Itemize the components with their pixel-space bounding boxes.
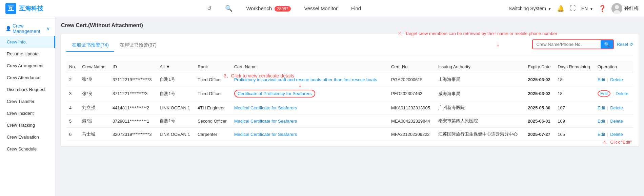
sidebar-item-crew-incident[interactable]: Crew Incident <box>0 107 55 119</box>
table-row: 6 马士城 32072319**********3 LINK OCEAN 1 C… <box>66 128 633 141</box>
col-no: No. <box>66 61 79 73</box>
back-icon[interactable]: ↺ <box>207 5 212 12</box>
sidebar: 👤 Crew Management ∨ Crew Info. Resume Up… <box>0 17 56 196</box>
sidebar-item-crew-info[interactable]: Crew Info. <box>0 36 55 48</box>
edit-button[interactable]: Edit <box>598 119 605 124</box>
action-separator: | <box>607 77 608 82</box>
cell-authority: 上海海事局 <box>436 73 525 86</box>
cell-operation: Edit | Delete <box>595 86 633 101</box>
notification-icon[interactable]: 🔔 <box>557 5 564 12</box>
cell-days: 109 <box>555 114 595 128</box>
find-nav[interactable]: Find <box>351 5 361 11</box>
lang-dropdown-icon: ▼ <box>590 7 593 11</box>
cell-no: 3 <box>66 86 79 101</box>
table-row: 4 刘立强 4414811**********2 LINK OCEAN 1 4T… <box>66 101 633 114</box>
tab-onboard-cert[interactable]: 在船证书预警(74) <box>66 39 114 52</box>
cell-days: 107 <box>555 101 595 114</box>
edit-button[interactable]: Edit <box>598 90 610 97</box>
cert-name-link[interactable]: Certificate of Proficiency for Seafarers <box>234 90 315 97</box>
cell-rank: 4TH Engineer <box>195 101 232 114</box>
cell-authority: 江苏国际旅行卫生保健中心连云港分中心 <box>436 128 525 141</box>
cell-no: 4 <box>66 101 79 114</box>
sidebar-section-crew-management[interactable]: 👤 Crew Management ∨ <box>0 20 55 36</box>
cell-crew-name: 刘立强 <box>79 101 110 114</box>
logo-text: 互海科技 <box>19 4 43 13</box>
sidebar-item-crew-schedule[interactable]: Crew Schedule <box>0 143 55 155</box>
cell-operation: Edit | Delete <box>595 128 633 141</box>
delete-button[interactable]: Delete <box>610 105 623 110</box>
delete-button[interactable]: Delete <box>610 119 623 124</box>
cell-id: 3729011**********1 <box>110 114 157 128</box>
page-title: Crew Cert.(Without Attachment) <box>61 22 639 29</box>
cell-rank: Carpenter <box>195 128 232 141</box>
col-expiry-date: Expiry Date <box>525 61 555 73</box>
sidebar-item-crew-attendance[interactable]: Crew Attendance <box>0 72 55 84</box>
cell-operation: Edit | Delete <box>595 73 633 86</box>
edit-button[interactable]: Edit <box>598 132 605 137</box>
cell-expiry: 2025-05-30 <box>525 101 555 114</box>
cell-vessel: 自测1号 <box>157 86 195 101</box>
col-issuing-authority: Issuing Authority <box>436 61 525 73</box>
search-area: 🔍 Reset ↺ <box>532 39 633 49</box>
cell-days: 18 <box>555 86 595 101</box>
sidebar-item-crew-tracking[interactable]: Crew Tracking <box>0 119 55 131</box>
search-icon[interactable]: 🔍 <box>225 5 233 12</box>
fullscreen-icon[interactable]: ⛶ <box>570 5 576 12</box>
col-id: ID <box>110 61 157 73</box>
cell-cert-no: PGA202000615 <box>388 73 436 86</box>
cell-days: 165 <box>555 128 595 141</box>
sidebar-item-crew-transfer[interactable]: Crew Transfer <box>0 95 55 107</box>
col-all[interactable]: All ▼ <box>157 61 195 73</box>
cert-name-link[interactable]: Medical Certificate for Seafarers <box>234 119 297 124</box>
vessel-monitor-nav[interactable]: Vessel Monitor <box>304 5 338 11</box>
col-operation: Operation <box>595 61 633 73</box>
language-selector[interactable]: EN ▼ <box>581 6 593 11</box>
tab-onshore-cert[interactable]: 在岸证书预警(37) <box>114 39 162 52</box>
col-cert-no: Cert. No. <box>388 61 436 73</box>
action-separator: | <box>607 119 608 124</box>
reset-button[interactable]: Reset ↺ <box>617 42 633 47</box>
table-row: 3 张*良 3711221*********3 自测1号 Third Offic… <box>66 86 633 101</box>
edit-button[interactable]: Edit <box>598 105 605 110</box>
top-nav: 互 互海科技 ↺ 🔍 Workbench 28987 Vessel Monito… <box>0 0 644 17</box>
sidebar-item-resume-update[interactable]: Resume Update <box>0 48 55 60</box>
cell-no: 5 <box>66 114 79 128</box>
filter-dropdown-icon: ▼ <box>166 64 170 69</box>
sidebar-item-crew-evaluation[interactable]: Crew Evaluation <box>0 131 55 143</box>
action-separator: | <box>612 91 613 96</box>
delete-button[interactable]: Delete <box>610 77 623 82</box>
cell-rank: Third Officer <box>195 73 232 86</box>
sidebar-item-crew-arrangement[interactable]: Crew Arrangement <box>0 60 55 72</box>
cell-rank: Second Officer <box>195 114 232 128</box>
workbench-nav[interactable]: Workbench 28987 <box>246 5 290 11</box>
user-profile[interactable]: 孙红梅 <box>611 3 639 14</box>
cert-name-link[interactable]: Proficiency in survival craft and rescue… <box>234 77 377 82</box>
table-header-row: No. Crew Name ID All ▼ Rank Cert. Name C… <box>66 61 633 73</box>
search-button[interactable]: 🔍 <box>601 40 613 49</box>
cert-table: No. Crew Name ID All ▼ Rank Cert. Name C… <box>66 61 633 141</box>
cell-vessel: LINK OCEAN 1 <box>157 128 195 141</box>
cell-authority: 广州新海医院 <box>436 101 525 114</box>
table-row: 2 张*良 37112219**********3 自测1号 Third Off… <box>66 73 633 86</box>
sidebar-item-disembark-request[interactable]: Disembark Request <box>0 84 55 95</box>
switching-system-btn[interactable]: Switching System ▼ <box>508 6 551 11</box>
cert-name-link[interactable]: Medical Certificate for Seafarers <box>234 105 297 110</box>
cell-expiry: 2025-03-02 <box>525 73 555 86</box>
cell-cert-name: Proficiency in survival craft and rescue… <box>232 73 388 86</box>
cell-cert-name: Certificate of Proficiency for Seafarers <box>232 86 388 101</box>
cell-expiry: 2025-06-01 <box>525 114 555 128</box>
delete-button[interactable]: Delete <box>610 132 623 137</box>
cert-name-link[interactable]: Medical Certificate for Seafarers <box>234 132 297 137</box>
cell-vessel: 自测1号 <box>157 114 195 128</box>
edit-button[interactable]: Edit <box>598 77 605 82</box>
action-separator: | <box>607 132 608 137</box>
cell-vessel: LINK OCEAN 1 <box>157 101 195 114</box>
svg-point-1 <box>615 5 619 9</box>
search-input[interactable] <box>533 40 601 49</box>
cell-vessel: 自测1号 <box>157 73 195 86</box>
delete-button[interactable]: Delete <box>616 91 628 96</box>
switching-dropdown-icon: ▼ <box>548 7 551 11</box>
help-icon[interactable]: ❓ <box>599 5 606 12</box>
cell-no: 6 <box>66 128 79 141</box>
logo-icon: 互 <box>5 3 16 14</box>
